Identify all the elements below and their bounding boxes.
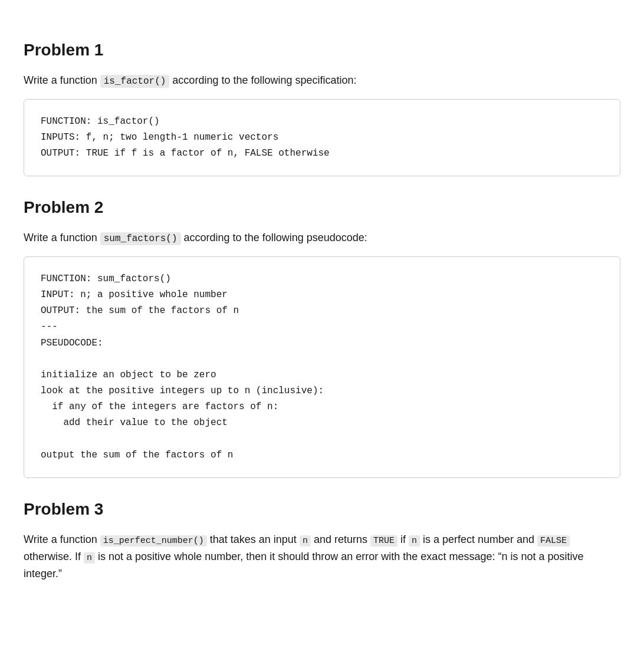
problem-3-title: Problem 3 [24, 497, 620, 522]
problem-2-code-block: FUNCTION: sum_factors() INPUT: n; a posi… [24, 256, 620, 478]
problem-3-n2: n [409, 535, 420, 546]
problem-2-description: Write a function sum_factors() according… [24, 229, 620, 247]
problem-3-description: Write a function is_perfect_number() tha… [24, 531, 620, 582]
problem-3-desc-part3: and returns [311, 534, 370, 545]
problem-3-function-name: is_perfect_number() [100, 535, 207, 546]
problem-3-false-keyword: FALSE [537, 535, 570, 546]
problem-1-code-block: FUNCTION: is_factor() INPUTS: f, n; two … [24, 99, 620, 177]
problem-1-desc-before: Write a function [24, 74, 100, 86]
problem-3-desc-part5: is a perfect number and [420, 534, 537, 545]
problem-2-desc-after: according to the following pseudocode: [181, 232, 367, 243]
problem-2-desc-before: Write a function [24, 232, 100, 243]
problem-3-n3: n [84, 552, 95, 564]
problem-1-function-name: is_factor() [100, 75, 170, 88]
problem-3-true-keyword: TRUE [370, 535, 397, 546]
problem-3-desc-part1: Write a function [24, 534, 100, 545]
problem-3-desc-part6: otherwise. If [24, 551, 84, 562]
problem-3-desc-part4: if [397, 534, 409, 545]
problem-1-desc-after: according to the following specification… [169, 74, 356, 86]
problem-1-description: Write a function is_factor() according t… [24, 72, 620, 90]
problem-2-function-name: sum_factors() [100, 232, 181, 245]
problem-2-title: Problem 2 [24, 195, 620, 220]
problem-1-title: Problem 1 [24, 38, 620, 62]
problem-3-desc-part2: that takes an input [207, 534, 300, 545]
problem-3-desc-part7: is not a positive whole number, then it … [24, 551, 584, 579]
problem-3-n1: n [300, 535, 311, 546]
